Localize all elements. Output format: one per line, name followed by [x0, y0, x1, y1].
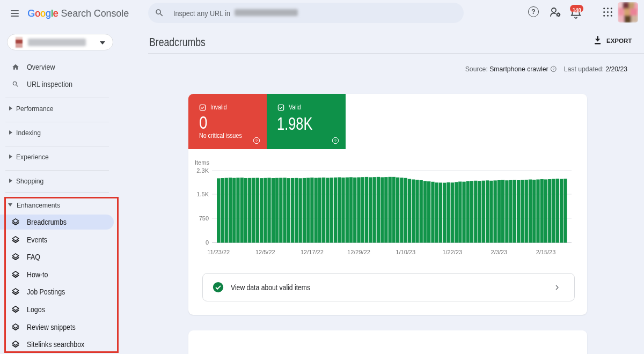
svg-text:2/3/23: 2/3/23 [491, 249, 508, 255]
svg-text:12/5/22: 12/5/22 [255, 249, 275, 255]
svg-text:1/22/23: 1/22/23 [442, 249, 462, 255]
svg-text:Items: Items [195, 159, 209, 166]
svg-text:2/15/23: 2/15/23 [536, 249, 556, 255]
svg-text:2.3K: 2.3K [196, 167, 209, 174]
svg-text:11/23/22: 11/23/22 [207, 249, 230, 255]
svg-text:?: ? [552, 67, 554, 71]
svg-text:12/17/22: 12/17/22 [301, 249, 324, 255]
svg-text:750: 750 [199, 215, 209, 222]
svg-text:0: 0 [206, 239, 209, 246]
svg-text:?: ? [255, 138, 258, 143]
svg-text:12/29/22: 12/29/22 [347, 249, 370, 255]
svg-text:1.5K: 1.5K [196, 191, 209, 197]
svg-text:?: ? [334, 138, 337, 143]
svg-text:1/10/23: 1/10/23 [396, 249, 415, 255]
